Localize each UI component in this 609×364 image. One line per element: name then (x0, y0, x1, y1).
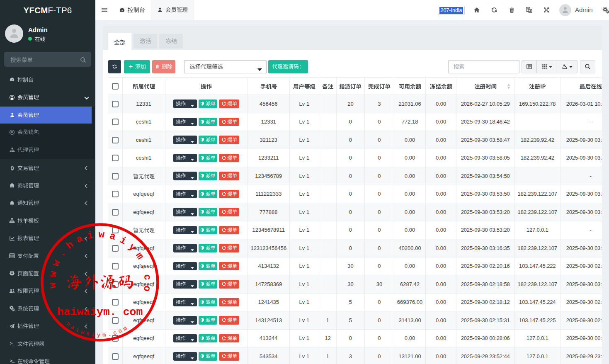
svg-text:haiwaiym. com: haiwaiym. com (57, 306, 143, 318)
